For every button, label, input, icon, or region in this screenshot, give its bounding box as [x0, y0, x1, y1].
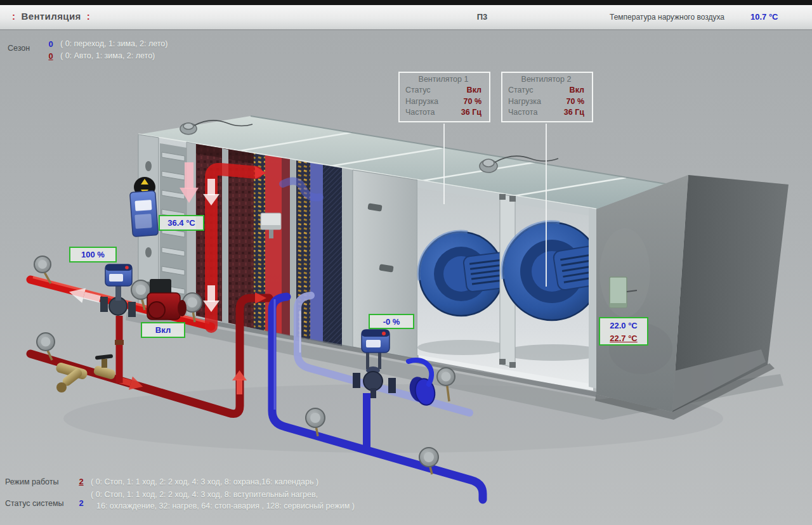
title-text: Вентиляция [21, 11, 81, 22]
cooling-valve-position-badge: -0 % [369, 314, 414, 329]
fan-2-freq-label: Частота [508, 107, 537, 119]
system-status-hint-line2: 16: охлаждение, 32: нагрев, 64: стоп-ава… [96, 502, 355, 510]
fan-section [417, 180, 621, 391]
duct-temp-badge: 22.0 °C 22.7 °C [599, 317, 648, 346]
mode-hint: ( 0: Стоп, 1: 1 ход, 2: 2 ход, 4: 3 ход,… [91, 477, 318, 486]
outdoor-temp-value: 10.7 °C [750, 12, 778, 22]
hot-valve-actuator[interactable] [105, 264, 132, 286]
mode-value[interactable]: 2 [76, 477, 86, 486]
heating-valve-position-badge: 100 % [69, 247, 117, 262]
fan-1-freq-value: 36 Гц [461, 107, 481, 119]
top-black-strip [0, 0, 812, 5]
season-setpoint-value[interactable]: 0 [46, 51, 56, 61]
fan-2-info-box: Вентилятор 2 СтатусВкл Нагрузка70 % Част… [501, 72, 593, 122]
scada-ventilation-screen: :Вентиляция: П3 Температура наружного во… [0, 0, 812, 525]
coil-post-2 [342, 168, 353, 348]
cold-valve-actuator[interactable] [362, 330, 390, 353]
season-label: Сезон [8, 44, 30, 53]
fan-1-status-value: Вкл [467, 85, 481, 96]
fan-1-status-label: Статус [405, 85, 431, 96]
fan-2-freq-value: 36 Гц [564, 107, 584, 119]
fan-1-info-box: Вентилятор 1 СтатусВкл Нагрузка70 % Част… [398, 72, 490, 122]
fan-2-title: Вентилятор 2 [508, 75, 584, 84]
fan-1-load-label: Нагрузка [405, 96, 438, 108]
title-decor-left: : [6, 11, 21, 22]
fan-1-freq-label: Частота [405, 107, 435, 119]
mode-label: Режим работы [5, 477, 58, 486]
duct-temp-setpoint[interactable]: 22.7 °C [600, 332, 647, 345]
system-status-hint-line1: ( 0: Стоп, 1: 1 ход, 2: 2 ход, 4: 3 ход,… [91, 490, 318, 499]
title-decor-right: : [81, 11, 96, 22]
fan-1-load-value: 70 % [464, 96, 482, 108]
outdoor-temp-label: Температура наружного воздуха [589, 13, 724, 22]
unit-tag: П3 [444, 12, 520, 22]
fan-2-status-value: Вкл [570, 85, 584, 96]
season-current-value: 0 [46, 39, 56, 49]
fan-2-load-value: 70 % [566, 96, 585, 108]
duct-temp-actual: 22.0 °C [600, 320, 647, 332]
season-setpoint-hint: ( 0: Авто, 1: зима, 2: лето) [60, 51, 155, 60]
fan-2-status-label: Статус [508, 85, 534, 96]
page-title: :Вентиляция: [6, 11, 96, 22]
fan-1-title: Вентилятор 1 [405, 75, 481, 84]
season-current-hint: ( 0: переход, 1: зима, 2: лето) [60, 39, 167, 48]
fan-2-load-label: Нагрузка [508, 96, 541, 108]
system-status-value: 2 [76, 498, 86, 508]
supply-air-temp-badge: 36.4 °C [159, 215, 204, 231]
pump-status-badge: Вкл [141, 322, 185, 338]
system-status-label: Статус системы [5, 499, 64, 508]
damper-actuator [130, 177, 159, 237]
